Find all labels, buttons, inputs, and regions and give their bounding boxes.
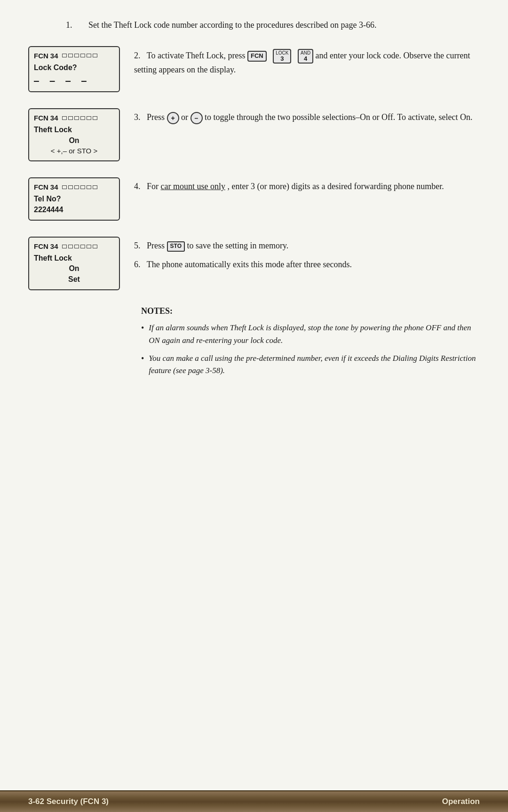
lcd-dots-3: [62, 116, 97, 120]
lcd-display-step2: FCN 34 Lock Code? – – – –: [28, 46, 120, 93]
list-item: Set the Theft Lock code number according…: [66, 19, 480, 32]
lcd-dot: [87, 185, 91, 189]
lcd-dot: [62, 54, 67, 57]
lcd-header-3: FCN 34: [34, 113, 114, 123]
sto-button: STO: [167, 241, 185, 252]
lcd-dot: [87, 54, 91, 57]
note-text-1: If an alarm sounds when Theft Lock is di…: [149, 322, 480, 347]
footer-bar: 3-62 Security (FCN 3) Operation: [0, 790, 508, 812]
intro-list: Set the Theft Lock code number according…: [66, 19, 480, 32]
lcd-dot: [74, 245, 79, 248]
lcd-display-step4: FCN 34 Tel No? 2224444: [28, 177, 120, 221]
step-number-5: 5.: [134, 241, 145, 250]
lcd-num-3: 34: [50, 113, 58, 123]
page-content: Set the Theft Lock code number according…: [0, 0, 508, 790]
lcd-header-5: FCN 34: [34, 241, 114, 251]
lcd-fcn-3: FCN: [34, 113, 48, 123]
lcd-dot: [80, 185, 85, 189]
lcd-dot: [74, 185, 79, 189]
step3-row: FCN 34 Theft Lock On < +,– or STO > 3. P…: [28, 108, 480, 161]
footer-left: 3-62 Security (FCN 3): [28, 797, 109, 806]
lcd-line2-5: On: [34, 263, 114, 274]
lcd-line1-3: Theft Lock: [34, 125, 114, 135]
step5-rest: to save the setting in memory.: [187, 241, 288, 250]
fcn-button: FCN: [247, 51, 267, 62]
lcd-num: 34: [50, 51, 58, 61]
lcd-dot: [68, 116, 73, 120]
note-item-1: If an alarm sounds when Theft Lock is di…: [141, 322, 480, 347]
lcd-header-4: FCN 34: [34, 182, 114, 192]
footer-content: 3-62 Security (FCN 3) Operation: [0, 797, 508, 806]
step4-row: FCN 34 Tel No? 2224444 4. For car mount …: [28, 177, 480, 221]
lcd-dot: [87, 245, 91, 248]
lcd-dot: [62, 185, 67, 189]
lcd-line1: Lock Code?: [34, 63, 114, 73]
space1: [269, 51, 271, 60]
lcd-dot: [62, 116, 67, 120]
lcd-line1-5: Theft Lock: [34, 253, 114, 263]
step2-row: FCN 34 Lock Code? – – – – 2. To activate…: [28, 46, 480, 93]
step6-text: The phone automatically exits this mode …: [147, 260, 352, 269]
note-item-2: You can make a call using the pre-determ…: [141, 352, 480, 377]
step4-intro: For: [147, 182, 161, 191]
step6-line: 6. The phone automatically exits this mo…: [134, 258, 480, 271]
step5-intro: Press: [147, 241, 167, 250]
lcd-dash: – – – –: [34, 75, 114, 87]
step-number-4: 4.: [134, 182, 145, 191]
and4-button: AND 4: [298, 49, 313, 64]
step5-6-text: 5. Press STO to save the setting in memo…: [134, 237, 480, 271]
lcd-line2-4: 2224444: [34, 205, 114, 215]
lcd-display-step3: FCN 34 Theft Lock On < +,– or STO >: [28, 108, 120, 161]
lcd-dot: [93, 116, 97, 120]
step5-line: 5. Press STO to save the setting in memo…: [134, 239, 480, 253]
step3-intro: Press: [147, 112, 167, 122]
lcd-dot: [80, 116, 85, 120]
lcd-dot: [74, 54, 79, 57]
lcd-dot: [80, 245, 85, 248]
lcd-num-5: 34: [50, 241, 58, 251]
lcd-fcn-5: FCN: [34, 241, 48, 251]
lock3-button: LOCK 3: [273, 49, 291, 64]
step3-or: or: [181, 112, 190, 122]
step4-underline: car mount use only: [161, 182, 225, 191]
step-number-3: 3.: [134, 112, 145, 122]
footer-right: Operation: [442, 797, 480, 806]
lcd-dots: [62, 54, 97, 57]
lcd-dot: [93, 54, 97, 57]
step2-intro: To activate Theft Lock, press: [147, 51, 247, 60]
notes-list: If an alarm sounds when Theft Lock is di…: [141, 322, 480, 377]
space2: [294, 51, 296, 60]
note-text-2: You can make a call using the pre-determ…: [149, 352, 480, 377]
notes-section: NOTES: If an alarm sounds when Theft Loc…: [141, 306, 480, 377]
lcd-line2-3: On: [34, 135, 114, 146]
lcd-line3-3: < +,– or STO >: [34, 146, 114, 156]
step-number-6: 6.: [134, 260, 145, 269]
step2-text: 2. To activate Theft Lock, press FCN LOC…: [134, 46, 480, 77]
lcd-dots-5: [62, 245, 97, 248]
lcd-dot: [62, 245, 67, 248]
minus-button: –: [190, 112, 203, 124]
step-text: Set the Theft Lock code number according…: [88, 19, 480, 32]
lcd-dot: [68, 54, 73, 57]
lcd-fcn-4: FCN: [34, 182, 48, 192]
lcd-dot: [93, 245, 97, 248]
lcd-dot: [80, 54, 85, 57]
step4-text: 4. For car mount use only , enter 3 (or …: [134, 177, 480, 193]
intro-section: Set the Theft Lock code number according…: [28, 19, 480, 32]
lcd-dot: [68, 185, 73, 189]
step5-6-row: FCN 34 Theft Lock On Set 5. Press STO: [28, 237, 480, 290]
lcd-fcn: FCN: [34, 51, 48, 61]
lcd-dots-4: [62, 185, 97, 189]
lcd-dot: [87, 116, 91, 120]
notes-title: NOTES:: [141, 306, 480, 316]
lcd-header: FCN 34: [34, 51, 114, 61]
lcd-line3-5: Set: [34, 274, 114, 285]
lcd-display-step5: FCN 34 Theft Lock On Set: [28, 237, 120, 290]
step3-rest: to toggle through the two possible selec…: [205, 112, 472, 122]
lcd-num-4: 34: [50, 182, 58, 192]
step3-text: 3. Press + or – to toggle through the tw…: [134, 108, 480, 124]
lcd-dot: [93, 185, 97, 189]
step4-rest: , enter 3 (or more) digits as a desired …: [228, 182, 444, 191]
lcd-dot: [74, 116, 79, 120]
step-number-label: 2.: [134, 51, 145, 60]
